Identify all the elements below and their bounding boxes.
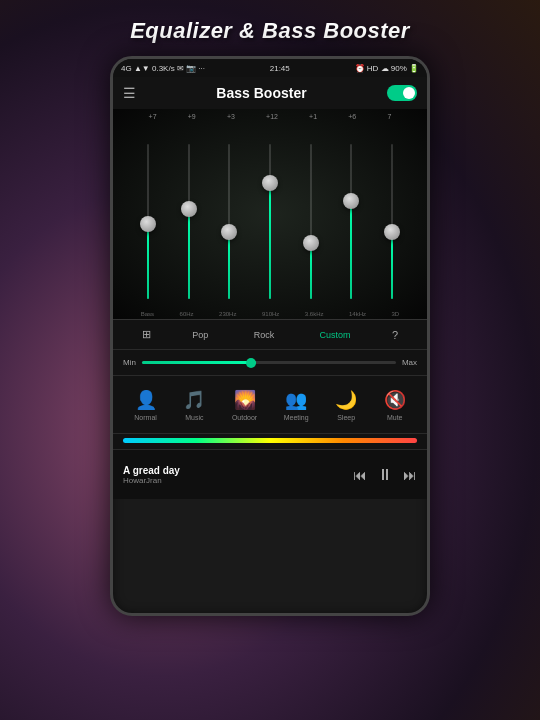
app-header: ☰ Bass Booster (113, 77, 427, 109)
status-time: 21:45 (270, 64, 290, 73)
mode-outdoor[interactable]: 🌄 Outdoor (232, 389, 257, 421)
slider-910hz[interactable] (260, 144, 280, 299)
outdoor-icon: 🌄 (234, 389, 256, 411)
progress-bar-area (113, 433, 427, 449)
now-playing: A gread day HowarJran ⏮ ⏸ ⏭ (113, 449, 427, 499)
mode-sleep[interactable]: 🌙 Sleep (335, 389, 357, 421)
slider-14khz[interactable] (341, 144, 361, 299)
normal-icon: 👤 (135, 389, 157, 411)
preset-pop[interactable]: Pop (188, 328, 212, 342)
mode-mute[interactable]: 🔇 Mute (384, 389, 406, 421)
slider-36khz[interactable] (301, 144, 321, 299)
status-left: 4G ▲▼ 0.3K/s ✉ 📷 ··· (121, 64, 205, 73)
sliders-container (113, 124, 427, 299)
track-info: A gread day HowarJran (123, 465, 180, 485)
prev-button[interactable]: ⏮ (353, 467, 367, 483)
mode-row: 👤 Normal 🎵 Music 🌄 Outdoor 👥 Meeting 🌙 S… (113, 375, 427, 433)
help-icon[interactable]: ? (392, 329, 398, 341)
outdoor-label: Outdoor (232, 414, 257, 421)
bass-max-label: Max (402, 358, 417, 367)
sleep-label: Sleep (337, 414, 355, 421)
meeting-icon: 👥 (285, 389, 307, 411)
bass-slider-thumb (246, 358, 256, 368)
slider-230hz[interactable] (219, 144, 239, 299)
music-label: Music (185, 414, 203, 421)
music-icon: 🎵 (183, 389, 205, 411)
track-artist: HowarJran (123, 476, 180, 485)
play-pause-button[interactable]: ⏸ (377, 466, 393, 484)
hamburger-icon[interactable]: ☰ (123, 85, 136, 101)
equalizer-area: +7 +9 +3 +12 +1 +6 7 (113, 109, 427, 319)
preset-rock[interactable]: Rock (250, 328, 279, 342)
bass-slider-row: Min Max (113, 349, 427, 375)
normal-label: Normal (134, 414, 157, 421)
mode-meeting[interactable]: 👥 Meeting (284, 389, 309, 421)
page-title: Equalizer & Bass Booster (130, 18, 410, 44)
playback-controls: ⏮ ⏸ ⏭ (353, 466, 417, 484)
mute-icon: 🔇 (384, 389, 406, 411)
track-name: A gread day (123, 465, 180, 476)
mode-music[interactable]: 🎵 Music (183, 389, 205, 421)
bass-min-label: Min (123, 358, 136, 367)
slider-bass[interactable] (138, 144, 158, 299)
preset-list-icon[interactable]: ⊞ (142, 328, 151, 341)
bass-slider-track[interactable] (142, 361, 396, 364)
bass-toggle[interactable] (387, 85, 417, 101)
meeting-label: Meeting (284, 414, 309, 421)
mute-label: Mute (387, 414, 403, 421)
sleep-icon: 🌙 (335, 389, 357, 411)
bass-slider-fill (142, 361, 256, 364)
tablet-frame: 4G ▲▼ 0.3K/s ✉ 📷 ··· 21:45 ⏰ HD ☁ 90% 🔋 … (110, 56, 430, 616)
rainbow-bar[interactable] (123, 438, 417, 443)
status-bar: 4G ▲▼ 0.3K/s ✉ 📷 ··· 21:45 ⏰ HD ☁ 90% 🔋 (113, 59, 427, 77)
app-title: Bass Booster (216, 85, 306, 101)
preset-row: ⊞ Pop Rock Custom ? (113, 319, 427, 349)
status-right: ⏰ HD ☁ 90% 🔋 (355, 64, 419, 73)
preset-custom[interactable]: Custom (316, 328, 355, 342)
freq-labels: Bass 60Hz 230Hz 910Hz 3.6kHz 14kHz 3D (113, 311, 427, 317)
slider-3d[interactable] (382, 144, 402, 299)
next-button[interactable]: ⏭ (403, 467, 417, 483)
slider-60hz[interactable] (179, 144, 199, 299)
db-labels: +7 +9 +3 +12 +1 +6 7 (113, 113, 427, 120)
mode-normal[interactable]: 👤 Normal (134, 389, 157, 421)
